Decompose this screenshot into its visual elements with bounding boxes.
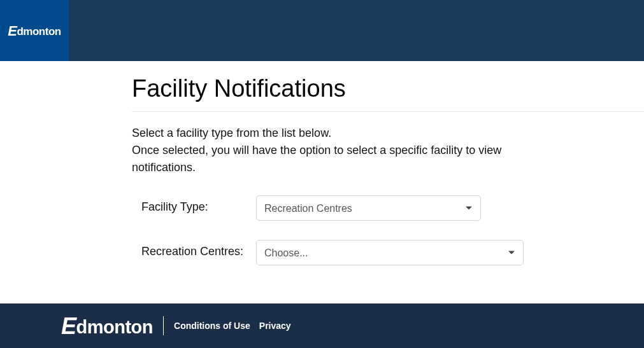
- recreation-centres-select[interactable]: Choose...: [256, 240, 524, 265]
- recreation-centres-row: Recreation Centres: Choose...: [132, 240, 644, 265]
- instructions: Select a facility type from the list bel…: [132, 125, 540, 176]
- facility-type-select[interactable]: Recreation Centres: [256, 195, 481, 221]
- footer-links: Conditions of Use Privacy: [174, 321, 291, 331]
- facility-type-label: Facility Type:: [141, 195, 256, 215]
- footer-divider: [163, 316, 164, 335]
- header-logo-box[interactable]: Edmonton: [0, 0, 69, 61]
- page-title: Facility Notifications: [132, 75, 644, 112]
- main-content: Facility Notifications Select a facility…: [0, 61, 644, 303]
- recreation-centres-label: Recreation Centres:: [141, 240, 256, 260]
- header-logo: Edmonton: [8, 22, 61, 39]
- instructions-line-2: Once selected, you will have the option …: [132, 144, 501, 174]
- header: Edmonton: [0, 0, 644, 61]
- footer: Edmonton Conditions of Use Privacy: [0, 303, 644, 348]
- privacy-link[interactable]: Privacy: [259, 321, 291, 331]
- footer-logo: Edmonton: [61, 312, 153, 339]
- conditions-of-use-link[interactable]: Conditions of Use: [174, 321, 250, 331]
- instructions-line-1: Select a facility type from the list bel…: [132, 127, 331, 139]
- facility-type-row: Facility Type: Recreation Centres: [132, 195, 644, 221]
